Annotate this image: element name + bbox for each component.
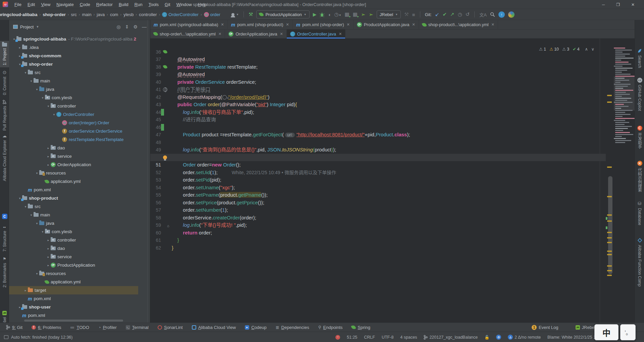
close-tab-icon[interactable]: ✕ [218, 32, 221, 36]
code-line-56[interactable]: 56 order.setNumber(1); [150, 191, 606, 199]
tree-row-main[interactable]: ▾ main [9, 211, 138, 219]
gear-icon[interactable]: ⚙ [133, 24, 138, 29]
code-line-48[interactable]: 48 log.info("查询到{}商品的信息是{}",pid, JSON.to… [150, 131, 606, 139]
tree-row-orderservice-orderservice[interactable]: f orderService:OrderService [9, 127, 138, 135]
stripe-代码示例搜索[interactable]: ⌘代码示例搜索 [635, 161, 644, 192]
tree-row-order-integer-order[interactable]: m order(Integer):Order [9, 119, 138, 127]
warning-stripe-mark[interactable] [607, 214, 612, 216]
code-minimap[interactable] [614, 46, 635, 147]
code-line-58[interactable]: 58 log.info("下单{}号成功! ",pid); [150, 206, 606, 214]
warning-stripe-mark[interactable] [607, 242, 612, 243]
vcs-stripe-mark[interactable] [606, 217, 607, 220]
coverage-button[interactable]: ◖ [328, 12, 331, 17]
editor-tab-productapplication.java[interactable]: ⟳ProductApplication.java ✕ [354, 20, 419, 29]
warning-stripe-mark[interactable] [607, 101, 612, 103]
stripe-alibaba-function-comp[interactable]: Alibaba Function Comp [635, 238, 644, 287]
close-tab-icon[interactable]: ✕ [346, 22, 350, 27]
tree-row-ordercontroller[interactable]: ▾ C OrderController [9, 110, 138, 119]
tool-window-button-event-log[interactable]: 1Event Log [532, 325, 558, 330]
warning-stripe-mark[interactable] [607, 254, 612, 255]
stripe-alibaba-cloud-explorer[interactable]: ☁Alibaba Cloud Explorer [0, 133, 9, 181]
menu-tools[interactable]: Tools [146, 0, 162, 9]
tree-row-controller[interactable]: ▾ controller [9, 102, 138, 110]
code-line-45[interactable]: 45 [150, 109, 606, 116]
close-tab-icon[interactable]: ✕ [221, 22, 224, 27]
chevron-expanded-icon[interactable]: ▾ [29, 213, 34, 217]
tree-row-java[interactable]: ▾ java [9, 219, 138, 227]
code-line-52[interactable]: 52 order.setPid(pid); [150, 161, 606, 169]
chevron-collapsed-icon[interactable]: ▸ [46, 238, 51, 242]
chevron-collapsed-icon[interactable]: ▸ [46, 255, 51, 259]
code-line-61[interactable]: 61 } [150, 229, 606, 237]
code-line-51[interactable]: 51 order.setUid(1);White, 2022/1/25 10:4… [150, 154, 606, 161]
stripe-2-bookmarks[interactable]: ⚑2: Bookmarks [0, 257, 9, 287]
tool-window-button-codeup[interactable]: ▸Codeup [245, 325, 267, 330]
tool-window-button-spring[interactable]: Spring [352, 325, 370, 330]
breadcrumb-item[interactable]: controller [138, 12, 157, 17]
close-tab-icon[interactable]: ✕ [280, 32, 283, 36]
tree-row-main[interactable]: ▾ main [9, 77, 138, 85]
fold-end-marker[interactable]: ⌂ [167, 222, 169, 230]
chevron-collapsed-icon[interactable]: ▸ [46, 146, 51, 150]
tree-row-dao[interactable]: ▸ dao [9, 244, 138, 253]
close-tab-icon[interactable]: ✕ [412, 22, 415, 27]
tree-row-resources[interactable]: ▾ resources [9, 169, 138, 177]
tree-row-java[interactable]: ▾ java [9, 85, 138, 93]
tree-row-resttemplate-resttemplate[interactable]: f restTemplate:RestTemplate [9, 135, 138, 144]
tree-row-.idea[interactable]: ▸ .idea [9, 43, 138, 52]
ide-update-icon[interactable]: ↑ [498, 11, 505, 18]
tree-row-resources[interactable]: ▾ resources [9, 269, 138, 278]
chevron-collapsed-icon[interactable]: ▸ [46, 155, 51, 158]
chevron-expanded-icon[interactable]: ▾ [46, 105, 51, 108]
warning-stripe-mark[interactable] [607, 196, 612, 197]
close-button[interactable]: ✕ [631, 2, 635, 7]
spring-bean-gutter-icon[interactable] [162, 49, 168, 55]
tree-row-application.yml[interactable]: application.yml [9, 278, 138, 286]
warning-stripe-mark[interactable] [607, 251, 612, 252]
tree-row-target[interactable]: ▸ target [9, 286, 138, 294]
chevron-collapsed-icon[interactable]: ▸ [23, 289, 28, 292]
menu-window[interactable]: Window [173, 0, 195, 9]
tool-window-button-dependencies[interactable]: ≣Dependencies [276, 325, 309, 330]
user-icon[interactable]: ▼ [231, 12, 239, 17]
tool-window-button-terminal[interactable]: ›_Terminal [126, 325, 149, 330]
editor-tab-pom.xml-shop-order-[interactable]: mpom.xml (shop-order) ✕ [293, 20, 354, 29]
request-mapping-gutter-icon[interactable] [162, 87, 168, 92]
close-tab-icon[interactable]: ✕ [339, 32, 342, 36]
tree-row-springcloud-alibaba[interactable]: ▾ springcloud-alibaba - F:\WorkPace\spri… [9, 35, 138, 43]
status-crlf[interactable]: CRLF [364, 335, 375, 340]
chevron-expanded-icon[interactable]: ▾ [35, 272, 39, 275]
stripe-1-project[interactable]: 1: Project [0, 41, 9, 67]
code-line-37[interactable]: 37 private RestTemplate restTemplate; [150, 48, 606, 56]
breadcrumb-item[interactable]: COrderController [161, 12, 199, 17]
code-line-39[interactable]: 39 private OrderService orderService; [150, 63, 606, 71]
breadcrumb-item[interactable]: springcloud-alibaba [0, 12, 38, 17]
status-51-25[interactable]: 51:25 [347, 335, 357, 340]
code-line-41[interactable]: 41 @RequestMapping("/order/prod/{pid}") [150, 78, 606, 86]
jrebel-select[interactable]: JRebel▼ [377, 10, 401, 18]
tree-row-com.ylesb[interactable]: ▾ com.ylesb [9, 227, 138, 236]
menu-refactor[interactable]: Refactor [93, 0, 116, 9]
status-4-spaces[interactable]: 4 spaces [400, 335, 417, 340]
breadcrumb-item[interactable]: com [109, 12, 119, 17]
chevron-collapsed-icon[interactable]: ▸ [46, 264, 51, 267]
warning-stripe-mark[interactable] [607, 232, 612, 233]
git-update-icon[interactable]: ↙ [435, 11, 439, 17]
warning-stripe-mark[interactable] [607, 275, 612, 276]
tree-row-shop-commom[interactable]: ▸ shop-commom [9, 52, 138, 60]
jrebel-run-icon[interactable]: ➣ [361, 11, 365, 18]
tree-row-dao[interactable]: ▸ dao [9, 144, 138, 152]
stripe-7-structure[interactable]: ▪▪7: Structure [0, 225, 9, 252]
build-hammer-icon[interactable]: ⚒ [249, 11, 253, 17]
tree-horizontal-scrollbar[interactable] [24, 320, 123, 322]
inspection-green-count[interactable]: ✔4 [573, 47, 579, 52]
chevron-expanded-icon[interactable]: ▾ [23, 71, 28, 74]
tool-window-button-9-git[interactable]: 9: Git [6, 325, 22, 330]
warning-stripe-mark[interactable] [607, 265, 612, 267]
run-configuration-select[interactable]: ProductApplication▼ [256, 10, 309, 18]
close-tab-icon[interactable]: ✕ [491, 22, 494, 27]
code-line-53[interactable]: 53 order.setUname("xgc"); [150, 169, 606, 177]
menu-navigate[interactable]: Navigate [53, 0, 76, 9]
stripe-github-copilot[interactable]: ◖◗GitHub Copilot [635, 78, 644, 111]
breadcrumb-item[interactable]: ylesb [123, 12, 134, 17]
